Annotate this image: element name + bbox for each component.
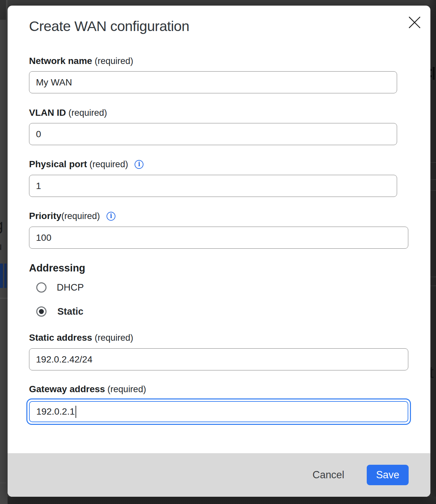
static-address-label: Static address (required) [29, 332, 133, 343]
info-icon[interactable]: i [135, 160, 143, 169]
dimmed-text-fragment [433, 67, 435, 80]
gateway-address-input[interactable] [29, 401, 408, 422]
priority-input[interactable] [29, 227, 408, 249]
dimmed-divider [430, 190, 436, 191]
dimmed-button-fragment [0, 264, 3, 288]
cancel-button[interactable]: Cancel [307, 466, 351, 484]
dimmed-divider [430, 162, 436, 163]
info-icon[interactable]: i [107, 212, 115, 221]
dimmed-divider [430, 286, 436, 286]
create-wan-configuration-dialog: Create WAN configuration Network name (r… [8, 6, 430, 497]
radio-unselected-icon [36, 282, 47, 293]
physical-port-input[interactable] [29, 175, 397, 197]
gateway-address-field-focused [29, 401, 408, 422]
dimmed-button-fragment [4, 264, 7, 288]
dimmed-divider [0, 483, 6, 483]
dimmed-divider [430, 179, 436, 180]
addressing-option-static[interactable]: Static [36, 306, 83, 317]
radio-label: DHCP [57, 282, 84, 293]
close-icon [408, 16, 421, 30]
dialog-footer: Cancel Save [8, 453, 430, 497]
dimmed-text-fragment: u [0, 240, 6, 253]
vlan-id-input[interactable] [29, 123, 397, 145]
network-name-label: Network name (required) [29, 56, 133, 66]
addressing-heading: Addressing [29, 262, 85, 274]
vlan-id-label: VLAN ID (required) [29, 108, 107, 118]
dimmed-divider [430, 277, 436, 277]
dimmed-overlay-bottom [8, 497, 436, 504]
dimmed-overlay-corner [0, 0, 6, 20]
physical-port-label: Physical port (required) i [29, 159, 143, 170]
gateway-address-label: Gateway address (required) [29, 384, 146, 394]
network-name-input[interactable] [29, 71, 397, 93]
static-address-input[interactable] [29, 348, 408, 370]
radio-label: Static [57, 306, 83, 317]
dimmed-divider [0, 298, 8, 299]
close-button[interactable] [404, 13, 425, 33]
text-cursor [76, 406, 76, 418]
addressing-option-dhcp[interactable]: DHCP [36, 282, 84, 293]
dialog-title: Create WAN configuration [29, 18, 189, 34]
priority-label: Priority(required) i [29, 211, 115, 221]
radio-selected-icon [36, 306, 47, 317]
save-button[interactable]: Save [367, 465, 409, 485]
dimmed-text-fragment: g [0, 216, 8, 234]
